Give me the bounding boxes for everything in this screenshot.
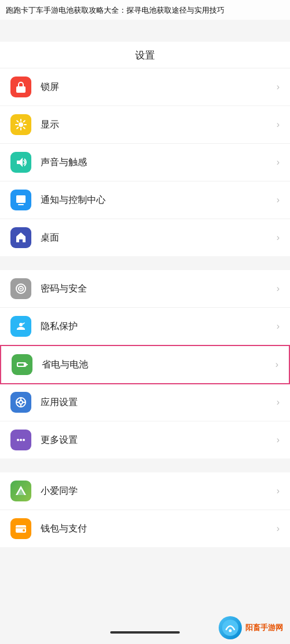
settings-item-sound[interactable]: 声音与触感 › bbox=[0, 144, 290, 181]
settings-item-xiaoai[interactable]: 小爱同学 › bbox=[0, 472, 290, 510]
desktop-label: 桌面 bbox=[41, 232, 277, 244]
notification-icon bbox=[10, 190, 31, 210]
settings-group-2: 密码与安全 › 隐私保护 › 省电与电池 › bbox=[0, 270, 290, 459]
lock-screen-icon bbox=[10, 77, 31, 97]
bottom-nav-indicator bbox=[110, 631, 180, 634]
svg-point-16 bbox=[19, 323, 23, 326]
svg-point-34 bbox=[222, 620, 238, 636]
xiaoai-chevron: › bbox=[277, 486, 280, 496]
watermark-bottom: 阳畜手游网 bbox=[212, 612, 290, 644]
svg-line-8 bbox=[24, 121, 25, 122]
battery-icon bbox=[12, 354, 32, 375]
svg-rect-12 bbox=[16, 195, 26, 203]
more-icon bbox=[10, 430, 31, 450]
xiaoai-label: 小爱同学 bbox=[41, 485, 277, 497]
password-chevron: › bbox=[277, 283, 280, 294]
display-icon bbox=[10, 114, 31, 135]
svg-line-9 bbox=[17, 128, 18, 129]
settings-item-lock-screen[interactable]: 锁屏 › bbox=[0, 68, 290, 106]
settings-group-1: 锁屏 › 显示 › bbox=[0, 68, 290, 256]
settings-item-notification[interactable]: 通知与控制中心 › bbox=[0, 181, 290, 219]
privacy-icon bbox=[10, 316, 31, 337]
lock-screen-chevron: › bbox=[277, 82, 280, 92]
wallet-chevron: › bbox=[277, 523, 280, 534]
settings-item-privacy[interactable]: 隐私保护 › bbox=[0, 308, 290, 345]
settings-item-more[interactable]: 更多设置 › bbox=[0, 421, 290, 459]
sound-chevron: › bbox=[277, 157, 280, 168]
svg-point-26 bbox=[17, 439, 19, 441]
settings-item-password[interactable]: 密码与安全 › bbox=[0, 270, 290, 308]
battery-chevron: › bbox=[276, 359, 278, 370]
svg-point-28 bbox=[23, 439, 25, 441]
settings-group-3: 小爱同学 › 钱包与支付 › bbox=[0, 472, 290, 547]
svg-rect-32 bbox=[16, 527, 26, 529]
svg-point-33 bbox=[23, 529, 25, 532]
brand-logo bbox=[219, 616, 242, 639]
svg-point-27 bbox=[20, 439, 22, 441]
apps-chevron: › bbox=[277, 397, 280, 407]
desktop-icon bbox=[10, 227, 31, 248]
wallet-label: 钱包与支付 bbox=[41, 523, 277, 535]
privacy-label: 隐私保护 bbox=[41, 321, 277, 333]
battery-label: 省电与电池 bbox=[42, 359, 276, 371]
svg-line-7 bbox=[24, 128, 25, 129]
sound-label: 声音与触感 bbox=[41, 157, 277, 169]
privacy-chevron: › bbox=[277, 321, 280, 332]
xiaoai-icon bbox=[10, 481, 31, 501]
svg-line-6 bbox=[17, 121, 18, 122]
watermark-top: 跑跑卡丁车手游电池获取攻略大全：探寻电池获取途径与实用技巧 bbox=[0, 0, 290, 20]
lock-screen-label: 锁屏 bbox=[41, 81, 277, 93]
brand-text: 阳畜手游网 bbox=[245, 623, 283, 633]
apps-icon bbox=[10, 392, 31, 413]
svg-point-35 bbox=[229, 630, 232, 632]
settings-item-wallet[interactable]: 钱包与支付 › bbox=[0, 510, 290, 547]
notification-chevron: › bbox=[277, 195, 280, 205]
settings-item-display[interactable]: 显示 › bbox=[0, 106, 290, 144]
display-label: 显示 bbox=[41, 119, 277, 131]
desktop-chevron: › bbox=[277, 232, 280, 243]
more-label: 更多设置 bbox=[41, 434, 277, 446]
settings-item-desktop[interactable]: 桌面 › bbox=[0, 219, 290, 256]
settings-item-battery[interactable]: 省电与电池 › bbox=[0, 345, 290, 384]
svg-rect-31 bbox=[16, 525, 26, 533]
page-title: 设置 bbox=[0, 42, 290, 68]
svg-rect-18 bbox=[18, 363, 24, 366]
more-chevron: › bbox=[277, 435, 280, 445]
display-chevron: › bbox=[277, 119, 280, 130]
svg-point-1 bbox=[19, 122, 23, 127]
sound-icon bbox=[10, 152, 31, 173]
notification-label: 通知与控制中心 bbox=[41, 194, 277, 206]
apps-label: 应用设置 bbox=[41, 396, 277, 409]
settings-item-apps[interactable]: 应用设置 › bbox=[0, 384, 290, 421]
svg-rect-0 bbox=[16, 86, 26, 93]
svg-rect-19 bbox=[27, 364, 28, 365]
svg-marker-10 bbox=[17, 158, 23, 167]
svg-point-15 bbox=[20, 288, 22, 290]
password-icon bbox=[10, 278, 31, 299]
wallet-icon bbox=[10, 518, 31, 539]
svg-point-21 bbox=[19, 401, 23, 404]
password-label: 密码与安全 bbox=[41, 283, 277, 295]
